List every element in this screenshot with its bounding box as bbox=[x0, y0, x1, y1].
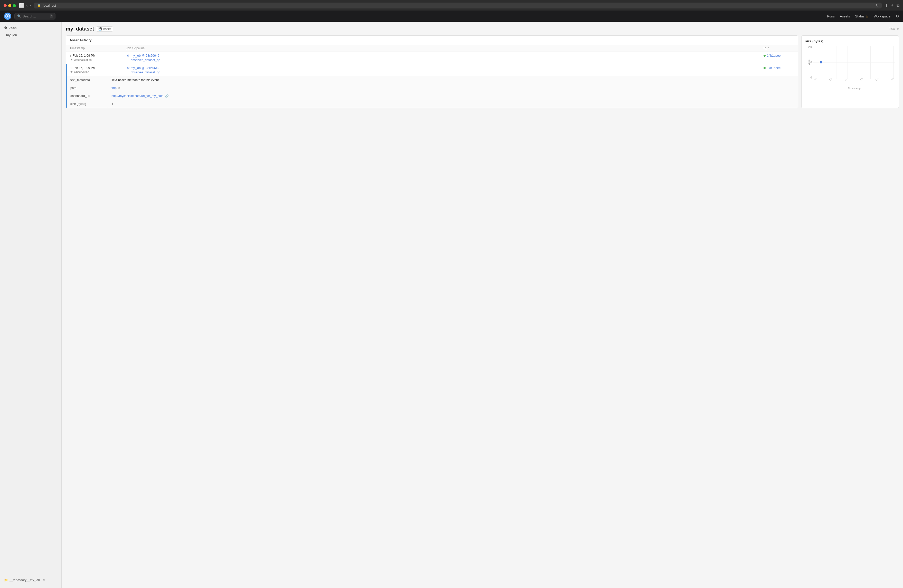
nav-workspace[interactable]: Workspace bbox=[874, 14, 890, 18]
nav-assets[interactable]: Assets bbox=[840, 14, 850, 18]
search-bar[interactable]: 🔍 Search... / bbox=[14, 13, 55, 19]
col-timestamp: Timestamp bbox=[69, 46, 126, 50]
asset-badge-icon: 💾 bbox=[98, 27, 102, 31]
metadata-row-dashboard-url: dashboard_url http://mycoolsite.com/url_… bbox=[67, 92, 798, 100]
browser-controls: ⬜ ‹ › bbox=[19, 3, 31, 8]
job-icon-2: ⚙ bbox=[127, 66, 130, 70]
run-link-2[interactable]: 14b1aeee bbox=[767, 66, 780, 70]
metadata-key-size-bytes: size (bytes) bbox=[67, 100, 108, 108]
sidebar-section-jobs: ⚙ Jobs bbox=[0, 25, 61, 32]
sidebar-item-label: my_job bbox=[6, 33, 17, 37]
metadata-key-path: path bbox=[67, 84, 108, 92]
run-link-1[interactable]: 14b1aeee bbox=[767, 54, 780, 58]
nav-runs[interactable]: Runs bbox=[827, 14, 835, 18]
search-shortcut: / bbox=[50, 14, 53, 18]
x-label-1: 1:09:13.712 p.m. bbox=[829, 78, 842, 81]
status-label: Status bbox=[855, 14, 864, 18]
path-link[interactable]: tmp bbox=[112, 86, 116, 90]
pipeline-text-2: observes_dataset_op bbox=[131, 71, 160, 74]
metadata-text-value: Text-based metadata for this event bbox=[112, 78, 159, 82]
run-status-dot-1 bbox=[763, 55, 766, 57]
sidebar-item-my-job[interactable]: my_job bbox=[2, 32, 59, 38]
timestamp-1: ▸ Feb 16, 1:09 PM bbox=[70, 54, 127, 58]
metadata-value-dashboard-url: http://mycoolsite.com/url_for_my_data 🔗 bbox=[108, 92, 798, 100]
metadata-key-text-metadata: text_metadata bbox=[67, 76, 108, 84]
metadata-value-text-metadata: Text-based metadata for this event bbox=[108, 76, 798, 84]
traffic-lights bbox=[3, 4, 16, 7]
app-header: 🔍 Search... / Runs Assets Status ⚠ Works… bbox=[0, 11, 903, 22]
pipeline-link-1[interactable]: ⋯ observes_dataset_op bbox=[127, 58, 763, 62]
run-status-dot-2 bbox=[763, 67, 766, 69]
job-text-2: my_job @ bbox=[131, 66, 145, 70]
run-col-2: 14b1aeee bbox=[763, 66, 794, 70]
expand-icon-2[interactable]: ▾ bbox=[70, 67, 72, 69]
forward-icon[interactable]: › bbox=[30, 3, 31, 8]
job-text-1: my_job @ bbox=[131, 54, 145, 58]
settings-icon[interactable]: ⚙ bbox=[895, 14, 899, 19]
job-link-2[interactable]: ⚙ my_job @ 28c50649 bbox=[127, 66, 763, 70]
event-type-1: ✦ Materialization bbox=[70, 58, 127, 61]
refresh-icon[interactable]: ↻ bbox=[896, 27, 899, 31]
x-axis-title: Timestamp bbox=[813, 87, 895, 90]
maximize-button[interactable] bbox=[13, 4, 16, 7]
close-button[interactable] bbox=[3, 4, 7, 7]
x-label-5: 1:09:13.728 p.m. bbox=[890, 78, 895, 81]
footer-repo-text: __repository__my_job bbox=[9, 578, 40, 582]
reload-icon[interactable]: ↻ bbox=[876, 3, 879, 8]
activity-row-main-1: ▸ Feb 16, 1:09 PM ✦ Materialization ⚙ bbox=[67, 52, 798, 64]
sidebar-toggle-icon[interactable]: ⬜ bbox=[19, 3, 24, 8]
folder-icon: 📁 bbox=[4, 578, 8, 582]
asset-badge: 💾 Asset bbox=[96, 27, 113, 31]
pipeline-col-1: ⚙ my_job @ 28c50649 ⋯ observes_dataset_o… bbox=[127, 54, 763, 62]
asset-activity-title: Asset Activity bbox=[66, 36, 798, 45]
timestamp-col-2: ▾ Feb 16, 1:09 PM 👁 Observation bbox=[70, 66, 127, 74]
jobs-icon: ⚙ bbox=[4, 26, 7, 30]
content-grid: Asset Activity Timestamp Job / Pipeline … bbox=[66, 35, 899, 108]
data-point bbox=[820, 61, 822, 63]
page-meta: 0:04 ↻ bbox=[889, 27, 899, 31]
chart-container: 2.0 1.0 0 Value bbox=[805, 45, 895, 87]
commit-2: 28c50649 bbox=[146, 66, 159, 70]
tabs-icon[interactable]: ⧉ bbox=[897, 3, 900, 8]
app-logo[interactable] bbox=[4, 13, 11, 20]
sidebar-footer: 📁 __repository__my_job ↻ bbox=[0, 575, 61, 585]
page-header: my_dataset 💾 Asset 0:04 ↻ bbox=[66, 26, 899, 32]
pipeline-link-2[interactable]: ⋯ observes_dataset_op bbox=[127, 71, 763, 74]
x-label-0: 1:09:13.708 p.m. bbox=[813, 78, 826, 81]
timestamp-text-1: Feb 16, 1:09 PM bbox=[73, 54, 96, 58]
address-bar[interactable]: 🔒 localhost ↻ bbox=[34, 3, 882, 8]
pipeline-text-1: observes_dataset_op bbox=[131, 58, 160, 62]
job-link-1[interactable]: ⚙ my_job @ 28c50649 bbox=[127, 54, 763, 58]
chart-panel: size (bytes) 2.0 1.0 0 Value bbox=[801, 35, 899, 108]
asset-badge-text: Asset bbox=[103, 27, 111, 31]
event-type-text-1: Materialization bbox=[74, 58, 92, 61]
timestamp-2: ▾ Feb 16, 1:09 PM bbox=[70, 66, 127, 70]
pipeline-icon-2: ⋯ bbox=[127, 71, 130, 74]
activity-row-observation: ▾ Feb 16, 1:09 PM 👁 Observation ⚙ bbox=[66, 64, 798, 108]
minimize-button[interactable] bbox=[8, 4, 11, 7]
nav-status[interactable]: Status ⚠ bbox=[855, 14, 868, 18]
search-placeholder: Search... bbox=[23, 14, 36, 18]
chart-area bbox=[813, 45, 895, 79]
chart-x-axis: 1:09:13.708 p.m. 1:09:13.712 p.m. 1:09:1… bbox=[813, 78, 895, 87]
copy-icon[interactable]: ⧉ bbox=[118, 86, 120, 90]
back-icon[interactable]: ‹ bbox=[26, 3, 27, 8]
new-tab-icon[interactable]: + bbox=[891, 3, 894, 8]
metadata-value-size-bytes: 1 bbox=[108, 100, 798, 108]
dashboard-url-link[interactable]: http://mycoolsite.com/url_for_my_data bbox=[112, 94, 164, 98]
footer-reload-icon[interactable]: ↻ bbox=[42, 578, 45, 582]
header-nav: Runs Assets Status ⚠ Workspace ⚙ bbox=[827, 14, 899, 19]
size-bytes-value: 1 bbox=[112, 102, 113, 106]
warning-icon: ⚠ bbox=[865, 14, 868, 18]
external-link-icon[interactable]: 🔗 bbox=[165, 94, 169, 98]
browser-actions: ⬆ + ⧉ bbox=[885, 3, 900, 8]
col-job-pipeline: Job / Pipeline bbox=[126, 46, 763, 50]
expand-icon-1[interactable]: ▸ bbox=[70, 54, 72, 57]
y-axis-label: Value bbox=[808, 60, 810, 65]
col-run: Run bbox=[763, 46, 794, 50]
browser-chrome: ⬜ ‹ › 🔒 localhost ↻ ⬆ + ⧉ bbox=[0, 0, 903, 11]
svg-point-1 bbox=[7, 16, 8, 17]
commit-1: 28c50649 bbox=[146, 54, 159, 58]
event-type-2: 👁 Observation bbox=[70, 70, 127, 74]
share-icon[interactable]: ⬆ bbox=[885, 3, 888, 8]
